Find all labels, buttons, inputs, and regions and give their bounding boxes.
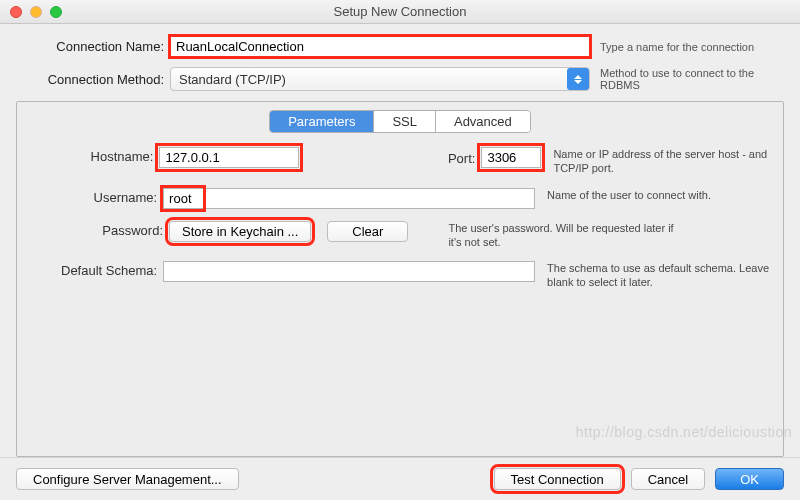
password-label: Password: — [23, 221, 163, 238]
tab-parameters[interactable]: Parameters — [270, 111, 374, 132]
port-label: Port: — [335, 149, 475, 166]
chevron-updown-icon — [567, 68, 589, 90]
tab-advanced[interactable]: Advanced — [436, 111, 530, 132]
clear-password-button[interactable]: Clear — [327, 221, 408, 242]
username-highlight — [160, 185, 206, 212]
tab-group: Parameters SSL Advanced — [269, 110, 531, 133]
test-connection-button[interactable]: Test Connection — [494, 468, 621, 490]
connection-method-select[interactable]: Standard (TCP/IP) — [170, 67, 590, 91]
port-input[interactable] — [481, 147, 541, 168]
connection-method-label: Connection Method: — [16, 72, 164, 87]
username-input[interactable] — [163, 188, 535, 209]
username-hint: Name of the user to connect with. — [547, 188, 777, 202]
window-title: Setup New Connection — [0, 4, 800, 19]
password-hint: The user's password. Will be requested l… — [448, 221, 688, 250]
default-schema-label: Default Schema: — [23, 261, 157, 278]
connection-method-value: Standard (TCP/IP) — [179, 72, 286, 87]
hostname-input[interactable] — [159, 147, 299, 168]
hostname-label: Hostname: — [23, 147, 153, 164]
connection-method-hint: Method to use to connect to the RDBMS — [600, 67, 784, 91]
connection-name-input[interactable] — [170, 36, 590, 57]
username-label: Username: — [23, 188, 157, 205]
watermark: http://blog.csdn.net/delicioustion — [576, 424, 792, 440]
hostname-hint: Name or IP address of the server host - … — [553, 147, 777, 176]
connection-name-hint: Type a name for the connection — [600, 41, 784, 53]
ok-button[interactable]: OK — [715, 468, 784, 490]
tab-ssl[interactable]: SSL — [374, 111, 436, 132]
cancel-button[interactable]: Cancel — [631, 468, 705, 490]
titlebar: Setup New Connection — [0, 0, 800, 24]
default-schema-input[interactable] — [163, 261, 535, 282]
footer: Configure Server Management... Test Conn… — [0, 457, 800, 500]
connection-name-label: Connection Name: — [16, 39, 164, 54]
store-keychain-button[interactable]: Store in Keychain ... — [169, 221, 311, 242]
default-schema-hint: The schema to use as default schema. Lea… — [547, 261, 777, 290]
configure-server-button[interactable]: Configure Server Management... — [16, 468, 239, 490]
parameter-panel: Parameters SSL Advanced Hostname: Port: … — [16, 101, 784, 457]
